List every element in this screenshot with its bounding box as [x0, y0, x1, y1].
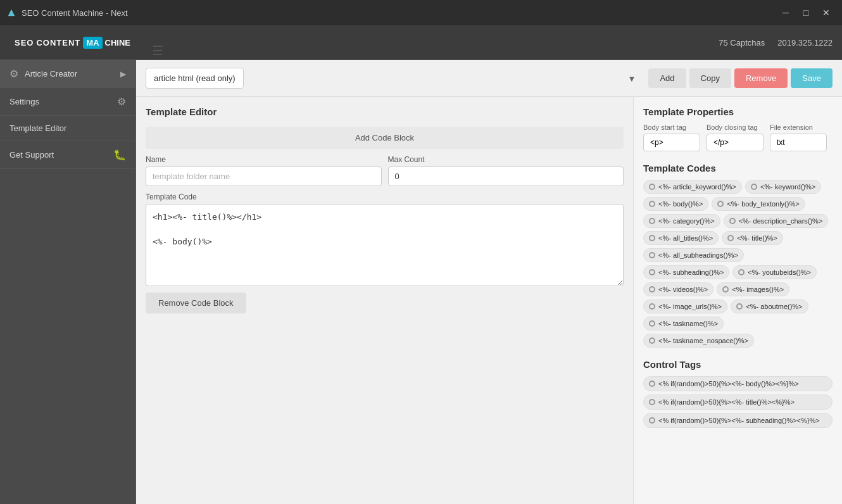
- code-tag-radio: [722, 286, 729, 293]
- captchas-count: 75 Captchas: [719, 38, 765, 47]
- add-code-block-button[interactable]: Add Code Block: [146, 127, 624, 149]
- template-properties-section: Template Properties Body start tag Body …: [643, 106, 833, 151]
- body-start-tag-input[interactable]: [643, 134, 700, 151]
- control-tag-radio: [649, 399, 655, 405]
- template-dropdown[interactable]: article html (read only): [146, 68, 244, 89]
- content-header: article html (read only) ▼ Add Copy Remo…: [136, 60, 842, 97]
- code-tag[interactable]: <%- keyword()%>: [745, 180, 821, 194]
- sidebar-item-settings[interactable]: Settings ⚙: [0, 88, 135, 116]
- code-tag-radio: [649, 337, 655, 344]
- name-group: Name: [146, 155, 382, 186]
- logo-chine: CHINE: [105, 38, 130, 47]
- maxcount-input[interactable]: [388, 167, 624, 186]
- code-tag-radio: [649, 201, 655, 207]
- template-code-textarea[interactable]: <h1><%- title()%></h1> <%- body()%>: [146, 204, 624, 286]
- code-tag-radio: [649, 235, 655, 241]
- content-area: article html (read only) ▼ Add Copy Remo…: [136, 60, 842, 504]
- hamburger-icon[interactable]: ☰: [152, 44, 163, 58]
- template-codes-title: Template Codes: [643, 163, 833, 173]
- window-controls: ─ □ ✕: [776, 3, 836, 22]
- control-tag[interactable]: <% if(random()>50){%><%- title()%><%}%>: [643, 394, 833, 410]
- file-extension-label: File extension: [770, 123, 827, 131]
- code-tag[interactable]: <%- aboutme()%>: [731, 299, 808, 313]
- remove-code-block-button[interactable]: Remove Code Block: [146, 293, 246, 313]
- remove-button[interactable]: Remove: [734, 68, 788, 88]
- code-tag-radio: [738, 269, 745, 275]
- code-tag-label: <%- category()%>: [658, 217, 715, 225]
- dropdown-wrapper: article html (read only) ▼: [146, 68, 642, 89]
- code-tag-radio: [727, 235, 734, 241]
- copy-button[interactable]: Copy: [689, 68, 731, 88]
- code-tag[interactable]: <%- description_chars()%>: [724, 214, 829, 228]
- maximize-button[interactable]: □: [796, 3, 815, 22]
- template-code-label: Template Code: [146, 192, 624, 201]
- control-tags-list: <% if(random()>50){%><%- body()%><%}%><%…: [643, 376, 833, 428]
- code-tag[interactable]: <%- body_textonly()%>: [712, 197, 805, 211]
- code-tag[interactable]: <%- youtubeids()%>: [732, 265, 817, 279]
- code-tag[interactable]: <%- all_subheadings()%>: [643, 248, 744, 262]
- body-start-tag-label: Body start tag: [643, 123, 700, 131]
- code-tag-radio: [649, 252, 655, 258]
- logo: SEO CONTENT MA CHINE: [9, 34, 135, 52]
- maxcount-group: Max Count: [388, 155, 624, 186]
- code-tag-label: <%- all_titles()%>: [658, 234, 713, 242]
- control-tag[interactable]: <% if(random()>50){%><%- body()%><%}%>: [643, 376, 833, 391]
- code-tag[interactable]: <%- image_urls()%>: [643, 299, 727, 313]
- close-button[interactable]: ✕: [817, 3, 836, 22]
- code-tag[interactable]: <%- body()%>: [643, 197, 708, 211]
- code-tag[interactable]: <%- article_keyword()%>: [643, 180, 742, 194]
- sidebar-label-get-support: Get Support: [9, 150, 54, 160]
- logo-seo: SEO: [15, 38, 34, 47]
- code-tag[interactable]: <%- title()%>: [722, 231, 783, 245]
- code-tag-radio: [649, 218, 655, 224]
- name-input[interactable]: [146, 167, 382, 186]
- code-tag[interactable]: <%- videos()%>: [643, 282, 713, 296]
- code-tag[interactable]: <%- taskname_nospace()%>: [643, 334, 754, 348]
- code-tag-radio: [736, 303, 743, 310]
- minimize-button[interactable]: ─: [776, 3, 795, 22]
- sidebar-label-article-creator: Article Creator: [25, 69, 77, 79]
- code-tag-label: <%- all_subheadings()%>: [658, 251, 738, 259]
- code-tag-radio: [649, 286, 655, 293]
- code-tag[interactable]: <%- subheading()%>: [643, 265, 729, 279]
- code-tag-label: <%- keyword()%>: [760, 183, 815, 191]
- code-tag-radio: [649, 269, 655, 275]
- code-tag[interactable]: <%- category()%>: [643, 214, 720, 228]
- body-closing-tag-input[interactable]: [707, 134, 763, 151]
- action-buttons: Add Copy Remove Save: [648, 68, 833, 88]
- sidebar-item-get-support[interactable]: Get Support 🐛: [0, 141, 135, 169]
- template-editor-area: Template Editor Add Code Block Name Max …: [136, 97, 842, 504]
- control-tag-label: <% if(random()>50){%><%- subheading()%><…: [658, 417, 820, 424]
- settings-gear-icon: ⚙: [117, 96, 126, 108]
- body-start-tag-group: Body start tag: [643, 123, 700, 151]
- add-button[interactable]: Add: [648, 68, 686, 88]
- sidebar-item-template-editor[interactable]: Template Editor: [0, 116, 135, 141]
- code-tag[interactable]: <%- all_titles()%>: [643, 231, 719, 245]
- file-extension-input[interactable]: [770, 134, 827, 151]
- control-tag-label: <% if(random()>50){%><%- title()%><%}%>: [658, 398, 795, 406]
- app-container: SEO CONTENT MA CHINE 75 Captchas 2019.32…: [0, 25, 842, 504]
- sidebar-item-article-creator[interactable]: ⚙ Article Creator ▶: [0, 60, 135, 88]
- save-button[interactable]: Save: [791, 68, 833, 88]
- template-code-group: Template Code <h1><%- title()%></h1> <%-…: [146, 192, 624, 286]
- code-tag-label: <%- article_keyword()%>: [658, 183, 736, 191]
- top-bar-right: 75 Captchas 2019.325.1222: [719, 38, 833, 47]
- svg-marker-0: [8, 9, 15, 16]
- props-row: Body start tag Body closing tag File ext…: [643, 123, 833, 151]
- code-tag-radio: [751, 184, 757, 190]
- name-maxcount-row: Name Max Count: [146, 155, 624, 186]
- sidebar-label-settings: Settings: [9, 97, 39, 106]
- code-tag-label: <%- images()%>: [732, 286, 784, 293]
- control-tag[interactable]: <% if(random()>50){%><%- subheading()%><…: [643, 413, 833, 428]
- logo-machine: MA: [83, 37, 102, 49]
- title-bar-left: SEO Content Machine - Next: [6, 8, 128, 18]
- template-left-panel: Template Editor Add Code Block Name Max …: [136, 97, 633, 504]
- code-tag[interactable]: <%- images()%>: [717, 282, 789, 296]
- article-creator-icon: ⚙: [9, 68, 18, 80]
- code-tag-label: <%- body()%>: [658, 200, 703, 208]
- title-bar: SEO Content Machine - Next ─ □ ✕: [0, 0, 842, 25]
- code-tag-radio: [649, 320, 655, 327]
- control-tag-label: <% if(random()>50){%><%- body()%><%}%>: [658, 380, 799, 387]
- code-tag[interactable]: <%- taskname()%>: [643, 317, 724, 331]
- template-codes-section: Template Codes <%- article_keyword()%><%…: [643, 163, 833, 348]
